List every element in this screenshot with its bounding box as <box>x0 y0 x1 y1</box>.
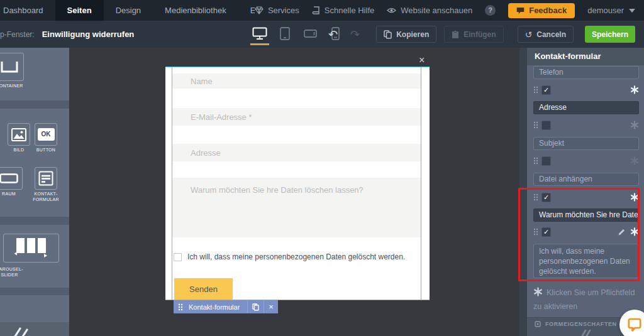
close-icon[interactable]: × <box>419 55 425 65</box>
paste-button[interactable]: Einfügen <box>444 26 503 43</box>
edit-pencil-icon[interactable] <box>618 228 626 236</box>
image-icon <box>11 128 26 141</box>
widget-kontaktformular-label: KONTAKT- FORMULAR <box>27 191 65 202</box>
widget-bild[interactable] <box>8 123 30 146</box>
copy-icon <box>252 303 259 311</box>
chevron-down-icon <box>629 9 635 13</box>
widget-button[interactable]: OK <box>35 123 57 146</box>
save-button[interactable]: Speichern <box>585 26 635 43</box>
widget-button-label: BUTTON <box>27 147 65 153</box>
main-nav: Dashboard Seiten Design Medienbibliothek… <box>0 0 255 21</box>
copy-icon <box>384 30 392 39</box>
field-enabled-checkbox[interactable]: ✓ <box>541 85 551 95</box>
element-delete-button[interactable]: × <box>264 300 278 313</box>
revert-icon: ↺ <box>525 30 533 40</box>
palette-divider <box>0 217 69 225</box>
nav-utilities: Services Schnelle Hilfe Website anschaue… <box>255 0 644 21</box>
element-tag-label: Kontakt-formular <box>187 300 247 313</box>
form-field-email[interactable]: E-Mail-Adresse * <box>172 108 421 126</box>
drag-handle-icon[interactable] <box>533 228 538 236</box>
help-button[interactable]: ? <box>485 5 496 16</box>
consent-checkbox[interactable] <box>174 253 182 261</box>
drag-handle-icon[interactable] <box>533 121 538 129</box>
form-consent-row: Ich will, dass meine personenbezogenen D… <box>174 252 405 261</box>
required-asterisk-icon[interactable] <box>630 193 639 202</box>
popup-window-title: Einwilligung widerrufen <box>42 30 135 39</box>
nav-services[interactable]: Services <box>255 6 299 15</box>
form-field-address[interactable]: Adresse <box>172 144 421 161</box>
field-telefon-input[interactable]: Telefon <box>533 66 639 79</box>
widget-carousel-slider[interactable] <box>3 234 59 263</box>
collapse-chevrons-icon <box>579 329 592 336</box>
field-ich-will-controls: ✓ <box>533 227 639 237</box>
gem-icon <box>255 6 264 14</box>
required-asterisk-icon[interactable] <box>630 227 639 236</box>
feedback-button[interactable]: Feedback <box>508 3 575 18</box>
drag-handle-icon[interactable] <box>533 86 538 94</box>
field-datei-input[interactable]: Datei anhängen <box>533 173 639 186</box>
device-desktop-button[interactable] <box>249 24 270 43</box>
nav-seiten[interactable]: Seiten <box>55 0 104 21</box>
widget-container-label: CONTAINER <box>0 83 60 89</box>
copy-label: Kopieren <box>396 30 429 39</box>
nav-website-anschauen[interactable]: Website anschauen <box>387 6 472 15</box>
field-enabled-checkbox[interactable] <box>541 156 551 166</box>
carousel-icon <box>13 237 50 259</box>
drag-handle[interactable] <box>174 300 187 313</box>
chat-widget-button[interactable] <box>619 310 644 336</box>
required-asterisk-icon[interactable] <box>630 121 639 129</box>
widget-kontaktformular[interactable] <box>35 167 57 190</box>
nav-services-label: Services <box>268 6 299 15</box>
element-copy-button[interactable] <box>248 300 264 313</box>
form-textarea[interactable]: Warum möchten Sie hre Daten löschen lass… <box>172 178 421 237</box>
container-icon <box>1 62 18 73</box>
field-enabled-checkbox[interactable]: ✓ <box>541 193 551 202</box>
device-phone-landscape-button[interactable] <box>299 24 321 43</box>
form-field-name[interactable]: Name <box>172 73 421 89</box>
redo-button[interactable]: ↷ <box>348 29 362 40</box>
chat-bubble-icon <box>627 317 642 332</box>
panel-gutter <box>519 48 527 336</box>
copy-button[interactable]: Kopieren <box>376 26 436 43</box>
nav-einstellungen[interactable]: Einstellungen <box>238 0 255 21</box>
eye-icon <box>387 7 396 14</box>
field-warum-input[interactable]: Warum möchten Sie hre Daten l <box>533 209 639 222</box>
required-asterisk-icon[interactable] <box>630 156 639 165</box>
field-adresse-input[interactable]: Adresse <box>533 101 639 114</box>
widget-raum[interactable] <box>0 167 23 190</box>
widget-palette: CONTAINER BILD OK BUTTON RAUM KONTAKT- F… <box>0 48 69 336</box>
device-tablet-button[interactable] <box>274 24 296 43</box>
spacer-icon <box>0 173 18 183</box>
drag-handle-icon[interactable] <box>533 157 538 165</box>
selected-element-tag[interactable]: Kontakt-formular × <box>174 300 278 313</box>
user-menu[interactable]: demouser <box>587 6 635 15</box>
phone-landscape-icon <box>304 30 317 38</box>
submit-button[interactable]: Senden <box>174 278 233 300</box>
paste-label: Einfügen <box>464 30 496 39</box>
nav-dashboard[interactable]: Dashboard <box>0 0 55 21</box>
popup-preview: Name E-Mail-Adresse * Adresse Warum möch… <box>165 67 430 300</box>
nav-schnelle-hilfe[interactable]: Schnelle Hilfe <box>312 6 375 15</box>
drag-handle-icon[interactable] <box>533 193 538 201</box>
undo-button[interactable]: ↶ <box>326 29 340 40</box>
popup-window-label: p-Fenster: <box>0 30 35 39</box>
consent-label: Ich will, dass meine personenbezogenen D… <box>187 252 405 261</box>
field-datei-controls <box>533 156 639 166</box>
field-enabled-checkbox[interactable]: ✓ <box>541 227 551 237</box>
contact-form-icon <box>38 171 53 186</box>
field-enabled-checkbox[interactable] <box>541 121 551 130</box>
tablet-icon <box>280 27 290 40</box>
field-ich-will-textarea[interactable]: Ich will, dass meine personenbezogenen D… <box>533 244 639 278</box>
inspector-title: Kontakt-formular <box>527 48 644 65</box>
ok-button-icon: OK <box>38 128 55 141</box>
field-subjekt-input[interactable]: Subjekt <box>533 137 639 150</box>
username-label: demouser <box>587 6 624 15</box>
nav-design[interactable]: Design <box>104 0 153 21</box>
nav-medienbibliothek[interactable]: Medienbibliothek <box>153 0 238 21</box>
cancel-button[interactable]: ↺ Canceln <box>518 26 574 43</box>
palette-divider <box>0 288 69 295</box>
required-asterisk-icon[interactable] <box>630 85 639 94</box>
palette-section <box>0 322 69 336</box>
widget-container[interactable] <box>0 53 24 81</box>
required-field-note: Klicken Sie um Pflichtfeld zu aktivieren <box>533 286 639 313</box>
